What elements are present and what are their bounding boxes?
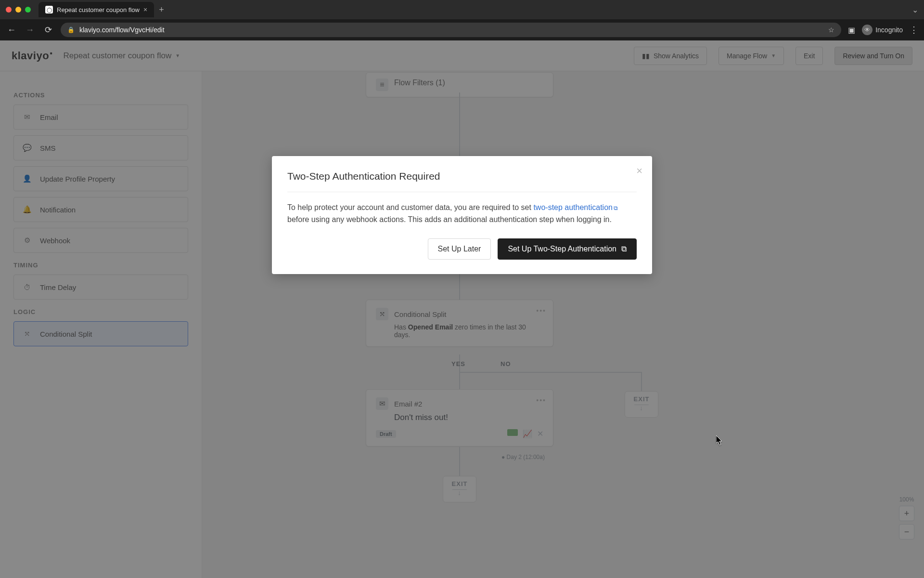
url-text: klaviyo.com/flow/VgvcHi/edit (79, 26, 823, 34)
modal-body-before: To help protect your account and custome… (287, 203, 533, 211)
mouse-cursor (716, 435, 724, 446)
two-step-auth-modal: × Two-Step Authentication Required To he… (272, 156, 652, 274)
address-bar[interactable]: 🔒 klaviyo.com/flow/VgvcHi/edit ☆ (61, 23, 841, 37)
two-step-auth-link[interactable]: two-step authentication⧉ (533, 203, 618, 211)
browser-menu-icon[interactable]: ⋮ (910, 25, 918, 35)
bookmark-star-icon[interactable]: ☆ (828, 26, 834, 34)
lock-icon: 🔒 (67, 26, 75, 33)
link-text: two-step authentication (533, 203, 613, 211)
window-maximize[interactable] (25, 7, 31, 13)
modal-title: Two-Step Authentication Required (287, 171, 637, 182)
forward-button[interactable]: → (24, 25, 36, 35)
app-root: klaviyo Repeat customer coupon flow ▼ ▮▮… (0, 40, 924, 578)
modal-body: To help protect your account and custome… (287, 202, 637, 226)
modal-backdrop[interactable] (0, 40, 924, 578)
tab-favicon-icon: ◯ (45, 6, 53, 13)
set-up-two-step-button[interactable]: Set Up Two-Step Authentication ⧉ (498, 238, 637, 260)
external-link-icon: ⧉ (614, 204, 618, 213)
reload-button[interactable]: ⟳ (42, 25, 54, 35)
toolbar-right: ▣ 👁 Incognito ⋮ (848, 25, 918, 35)
browser-tab-strip: ◯ Repeat customer coupon flow × + ⌄ (0, 0, 924, 19)
incognito-indicator[interactable]: 👁 Incognito (862, 25, 903, 35)
set-up-later-label: Set Up Later (438, 245, 481, 253)
incognito-icon: 👁 (862, 25, 873, 35)
window-controls (6, 7, 31, 13)
new-tab-button[interactable]: + (159, 5, 164, 15)
browser-toolbar: ← → ⟳ 🔒 klaviyo.com/flow/VgvcHi/edit ☆ ▣… (0, 19, 924, 40)
tab-overflow-icon[interactable]: ⌄ (912, 5, 918, 14)
window-minimize[interactable] (15, 7, 21, 13)
window-close[interactable] (6, 7, 12, 13)
tab-title: Repeat customer coupon flow (57, 6, 140, 13)
extensions-icon[interactable]: ▣ (848, 26, 855, 35)
back-button[interactable]: ← (6, 25, 17, 35)
tab-close-icon[interactable]: × (143, 6, 147, 13)
external-link-icon: ⧉ (621, 245, 627, 253)
set-up-two-step-label: Set Up Two-Step Authentication (508, 245, 616, 253)
modal-body-after: before using any webhook actions. This a… (287, 215, 612, 223)
incognito-label: Incognito (875, 26, 903, 34)
browser-tab[interactable]: ◯ Repeat customer coupon flow × (38, 2, 154, 17)
set-up-later-button[interactable]: Set Up Later (428, 238, 491, 260)
modal-close-button[interactable]: × (636, 165, 642, 177)
